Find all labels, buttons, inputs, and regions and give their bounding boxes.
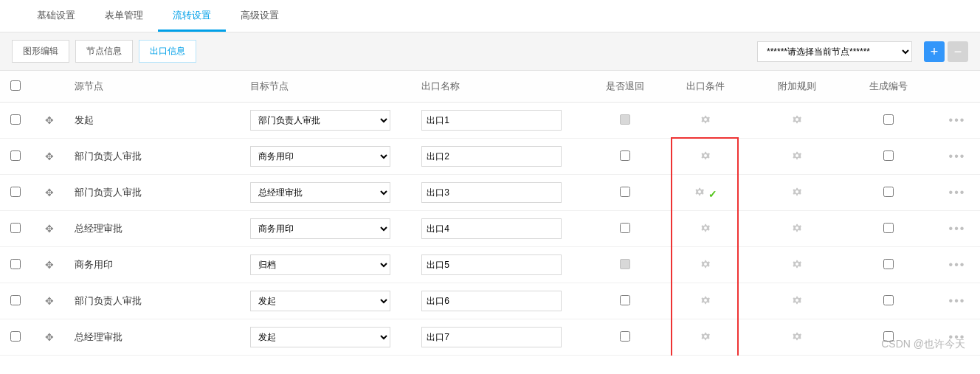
- return-checkbox[interactable]: [620, 331, 630, 342]
- extra-rule-gear-icon[interactable]: [791, 294, 803, 306]
- col-extrarule: 附加规则: [751, 71, 843, 103]
- table-row: ✥发起部门负责人审批商务用印总经理审批归档发起•••: [0, 103, 980, 139]
- more-icon[interactable]: •••: [949, 114, 966, 126]
- source-cell: 总经理审批: [69, 211, 244, 247]
- col-exitname: 出口名称: [415, 71, 591, 103]
- table-row: ✥部门负责人审批部门负责人审批商务用印总经理审批归档发起•••: [0, 283, 980, 319]
- col-return: 是否退回: [591, 71, 660, 103]
- genno-checkbox[interactable]: [883, 331, 894, 342]
- return-checkbox[interactable]: [620, 223, 630, 233]
- more-icon[interactable]: •••: [949, 294, 966, 307]
- exit-table: 源节点 目标节点 出口名称 是否退回 出口条件 附加规则 生成编号 ✥发起部门负…: [0, 71, 980, 356]
- table-row: ✥商务用印部门负责人审批商务用印总经理审批归档发起•••: [0, 247, 980, 283]
- sub-tab-0[interactable]: 图形编辑: [12, 40, 69, 63]
- exit-name-input[interactable]: [421, 218, 562, 239]
- extra-rule-gear-icon[interactable]: [791, 114, 803, 125]
- target-select[interactable]: 部门负责人审批商务用印总经理审批归档发起: [250, 291, 390, 311]
- target-select[interactable]: 部门负责人审批商务用印总经理审批归档发起: [250, 110, 390, 131]
- sub-tab-2[interactable]: 出口信息: [139, 40, 196, 63]
- source-cell: 部门负责人审批: [69, 283, 244, 319]
- extra-rule-gear-icon[interactable]: [791, 186, 803, 198]
- return-checkbox[interactable]: [620, 295, 630, 305]
- remove-button[interactable]: −: [948, 41, 968, 62]
- current-node-select[interactable]: ******请选择当前节点******: [757, 41, 912, 62]
- extra-rule-gear-icon[interactable]: [791, 150, 803, 162]
- col-target: 目标节点: [244, 71, 416, 103]
- condition-gear-icon[interactable]: [694, 186, 705, 198]
- move-icon[interactable]: ✥: [45, 187, 54, 198]
- top-tab-2[interactable]: 流转设置: [158, 0, 226, 32]
- col-condition: 出口条件: [660, 71, 751, 103]
- extra-rule-gear-icon[interactable]: [791, 330, 803, 342]
- col-genno: 生成编号: [843, 71, 934, 103]
- return-checkbox-disabled: [620, 259, 630, 269]
- exit-name-input[interactable]: [421, 327, 562, 347]
- move-icon[interactable]: ✥: [45, 295, 54, 307]
- extra-rule-gear-icon[interactable]: [791, 258, 803, 270]
- top-tab-3[interactable]: 高级设置: [226, 0, 294, 32]
- condition-gear-icon[interactable]: [700, 114, 711, 125]
- col-source: 源节点: [69, 71, 244, 103]
- condition-gear-icon[interactable]: [700, 330, 711, 342]
- row-checkbox[interactable]: [10, 150, 21, 161]
- row-checkbox[interactable]: [10, 223, 21, 233]
- target-select[interactable]: 部门负责人审批商务用印总经理审批归档发起: [250, 327, 390, 347]
- move-icon[interactable]: ✥: [45, 259, 54, 271]
- row-checkbox[interactable]: [10, 331, 21, 342]
- exit-name-input[interactable]: [421, 146, 562, 167]
- move-icon[interactable]: ✥: [45, 223, 54, 235]
- target-select[interactable]: 部门负责人审批商务用印总经理审批归档发起: [250, 254, 390, 275]
- more-icon[interactable]: •••: [949, 150, 966, 162]
- move-icon[interactable]: ✥: [45, 331, 54, 343]
- exit-name-input[interactable]: [421, 254, 562, 275]
- row-checkbox[interactable]: [10, 187, 21, 197]
- genno-checkbox[interactable]: [883, 259, 894, 269]
- check-icon: ✓: [708, 188, 717, 200]
- source-cell: 发起: [69, 103, 244, 139]
- target-select[interactable]: 部门负责人审批商务用印总经理审批归档发起: [250, 146, 390, 167]
- row-checkbox[interactable]: [10, 295, 21, 305]
- move-icon[interactable]: ✥: [45, 150, 54, 162]
- condition-gear-icon[interactable]: [700, 258, 711, 270]
- source-cell: 部门负责人审批: [69, 175, 244, 211]
- return-checkbox[interactable]: [620, 150, 630, 161]
- return-checkbox-disabled: [620, 114, 630, 125]
- table-row: ✥总经理审批部门负责人审批商务用印总经理审批归档发起•••: [0, 211, 980, 247]
- genno-checkbox[interactable]: [883, 150, 894, 161]
- extra-rule-gear-icon[interactable]: [791, 222, 803, 234]
- top-tab-0[interactable]: 基础设置: [22, 0, 90, 32]
- genno-checkbox[interactable]: [883, 114, 894, 125]
- more-icon[interactable]: •••: [949, 330, 966, 343]
- condition-gear-icon[interactable]: [700, 294, 711, 306]
- add-button[interactable]: +: [924, 41, 945, 62]
- exit-name-input[interactable]: [421, 182, 562, 203]
- table-row: ✥部门负责人审批部门负责人审批商务用印总经理审批归档发起•••: [0, 139, 980, 175]
- condition-gear-icon[interactable]: [700, 222, 711, 234]
- more-icon[interactable]: •••: [949, 186, 966, 198]
- more-icon[interactable]: •••: [949, 258, 966, 271]
- target-select[interactable]: 部门负责人审批商务用印总经理审批归档发起: [250, 218, 390, 239]
- table-row: ✥总经理审批部门负责人审批商务用印总经理审批归档发起•••: [0, 319, 980, 356]
- return-checkbox[interactable]: [620, 187, 630, 197]
- target-select[interactable]: 部门负责人审批商务用印总经理审批归档发起: [250, 182, 390, 203]
- exit-name-input[interactable]: [421, 110, 562, 131]
- genno-checkbox[interactable]: [883, 223, 894, 233]
- condition-gear-icon[interactable]: [700, 150, 711, 162]
- top-tab-1[interactable]: 表单管理: [90, 0, 158, 32]
- exit-name-input[interactable]: [421, 291, 562, 311]
- row-checkbox[interactable]: [10, 114, 21, 125]
- select-all-checkbox[interactable]: [10, 80, 21, 91]
- sub-tab-1[interactable]: 节点信息: [75, 40, 133, 63]
- source-cell: 总经理审批: [69, 319, 244, 356]
- genno-checkbox[interactable]: [883, 295, 894, 305]
- more-icon[interactable]: •••: [949, 222, 966, 235]
- move-icon[interactable]: ✥: [45, 114, 54, 126]
- row-checkbox[interactable]: [10, 259, 21, 269]
- source-cell: 商务用印: [69, 247, 244, 283]
- source-cell: 部门负责人审批: [69, 139, 244, 175]
- genno-checkbox[interactable]: [883, 187, 894, 197]
- table-row: ✥部门负责人审批部门负责人审批商务用印总经理审批归档发起✓•••: [0, 175, 980, 211]
